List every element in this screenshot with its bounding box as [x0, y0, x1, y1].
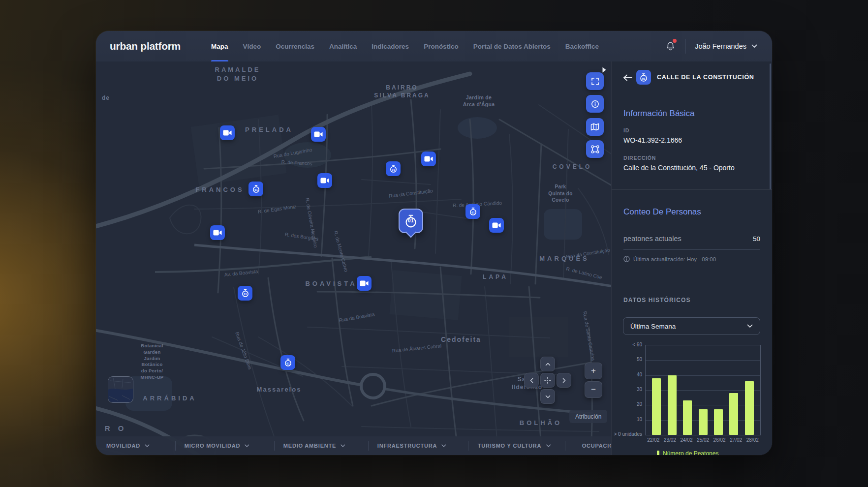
pan-center-button[interactable]: [540, 373, 555, 388]
map-district-label: Jardim de Arca d'Água: [463, 94, 495, 108]
sidebar-scrollbar[interactable]: [770, 63, 771, 189]
counter-marker[interactable]: 01: [238, 286, 252, 301]
address-label: DIRECCIÓN: [623, 155, 656, 161]
counter-marker[interactable]: 01: [465, 204, 480, 219]
arrow-left-icon: [623, 74, 633, 81]
tab-analitica[interactable]: Analítica: [329, 31, 357, 61]
camera-marker[interactable]: [210, 225, 225, 240]
camera-marker[interactable]: [421, 152, 436, 166]
select-area-button[interactable]: [586, 140, 604, 158]
svg-text:01: 01: [244, 293, 247, 296]
zoom-out-button[interactable]: −: [585, 381, 602, 398]
category-divider: [175, 441, 176, 451]
info-circle-icon: [623, 256, 630, 262]
camera-marker[interactable]: [357, 276, 372, 291]
tab-video[interactable]: Vídeo: [243, 31, 261, 61]
category-infraestructura[interactable]: INFRAESTRUCTURA: [377, 436, 446, 455]
history-heading: DATOS HISTÓRICOS: [623, 297, 691, 304]
selected-counter-marker[interactable]: 01: [399, 209, 423, 233]
camera-marker[interactable]: [220, 125, 235, 140]
category-label: TURISMO Y CULTURA: [478, 443, 542, 449]
category-label: MEDIO AMBIENTE: [283, 443, 336, 449]
fullscreen-button[interactable]: [586, 72, 604, 90]
info-icon: [591, 100, 599, 108]
back-button[interactable]: [621, 71, 634, 84]
chart-x-label: 27/02: [728, 437, 744, 443]
chart-bar-28-02: [745, 381, 754, 435]
camera-marker[interactable]: [317, 173, 332, 188]
period-dropdown[interactable]: Última Semana: [623, 317, 760, 335]
history-bar-chart: < 605040302010> 0 unidades 22/0223/0224/…: [612, 341, 772, 455]
pan-left-button[interactable]: [524, 373, 539, 388]
camera-marker[interactable]: [489, 218, 504, 233]
category-bar: MOVILIDADMICRO MOVILIDADMEDIO AMBIENTEIN…: [96, 436, 612, 455]
map-district-label: ARRÁBIDA: [143, 394, 196, 403]
chevron-left-icon: [530, 378, 533, 383]
category-turismo-y-cultura[interactable]: TURISMO Y CULTURA: [478, 436, 551, 455]
map-district-label: PRELADA: [245, 125, 293, 134]
chart-bar-27-02: [729, 393, 738, 435]
tab-ocurrencias[interactable]: Ocurrencias: [276, 31, 314, 61]
pan-right-button[interactable]: [557, 373, 571, 388]
tab-portal-de-datos-abiertos[interactable]: Portal de Datos Abiertos: [473, 31, 551, 61]
caret-right-icon: [602, 66, 607, 73]
chevron-down-icon: [441, 444, 446, 448]
tab-indicadores[interactable]: Indicadores: [372, 31, 409, 61]
pan-up-button[interactable]: [540, 357, 555, 371]
selected-marker-label: 01: [408, 218, 414, 223]
pan-down-button[interactable]: [540, 389, 555, 404]
attribution-button[interactable]: Atribución: [569, 410, 607, 423]
chart-x-label: 25/02: [695, 437, 712, 443]
counter-marker[interactable]: 01: [280, 355, 295, 370]
category-scroll-right[interactable]: [602, 66, 607, 75]
metric-value: 50: [753, 235, 760, 243]
top-nav: urban platform MapaVídeoOcurrenciasAnalí…: [96, 31, 772, 61]
legend-label: Número de Peatones: [663, 450, 718, 455]
category-micro-movilidad[interactable]: MICRO MOVILIDAD: [185, 436, 249, 455]
camera-marker[interactable]: [311, 127, 326, 142]
category-ocupacion[interactable]: OCUPACIÓN: [582, 436, 612, 455]
id-value: WO-41.392-2.1666: [623, 136, 682, 144]
map-district-label: Park Quinta do Covelo: [548, 183, 572, 204]
chart-bar-25-02: [699, 409, 708, 435]
mini-map[interactable]: [108, 376, 133, 403]
detail-sidebar: 01 CALLE DE LA CONSTITUCIÓN Información …: [611, 61, 772, 455]
sidebar-title: CALLE DE LA CONSTITUCIÓN: [657, 74, 754, 81]
video-camera-icon: [213, 229, 222, 236]
notification-badge: [673, 39, 677, 43]
metric-row: peatones actuales 50: [623, 235, 760, 243]
user-name: João Fernandes: [695, 42, 746, 50]
people-counter-icon: 01: [284, 358, 292, 367]
video-camera-icon: [424, 155, 433, 162]
tab-mapa[interactable]: Mapa: [211, 31, 228, 61]
zoom-in-button[interactable]: +: [585, 363, 602, 379]
video-camera-icon: [223, 129, 232, 136]
metric-label: peatones actuales: [623, 235, 682, 243]
chart-x-label: 22/02: [645, 437, 662, 443]
legend-swatch: [657, 451, 659, 456]
chart-legend: Número de Peatones: [657, 450, 718, 455]
app-window: urban platform MapaVídeoOcurrenciasAnalí…: [96, 31, 772, 455]
map-district-label: BOAVISTA: [305, 279, 357, 288]
svg-text:01: 01: [254, 188, 257, 191]
svg-text:01: 01: [286, 362, 289, 365]
user-menu[interactable]: João Fernandes: [695, 42, 757, 50]
counter-marker[interactable]: 01: [248, 182, 263, 196]
map-district-label: de: [102, 94, 110, 102]
crosshair-icon: [544, 377, 551, 384]
counter-marker[interactable]: 01: [386, 161, 401, 176]
notifications-button[interactable]: [664, 40, 677, 53]
info-button[interactable]: [586, 95, 604, 113]
map-district-label: BOLHÃO: [520, 419, 562, 427]
layers-button[interactable]: [586, 118, 604, 136]
chart-plot-area: [645, 345, 761, 435]
tab-backoffice[interactable]: Backoffice: [565, 31, 599, 61]
video-camera-icon: [360, 280, 369, 287]
chevron-down-icon: [545, 395, 551, 398]
category-movilidad[interactable]: MOVILIDAD: [106, 436, 150, 455]
chevron-down-icon: [747, 324, 753, 328]
chevron-down-icon: [245, 444, 249, 448]
map-icon: [590, 123, 599, 131]
category-medio-ambiente[interactable]: MEDIO AMBIENTE: [283, 436, 345, 455]
tab-pronostico[interactable]: Pronóstico: [424, 31, 459, 61]
